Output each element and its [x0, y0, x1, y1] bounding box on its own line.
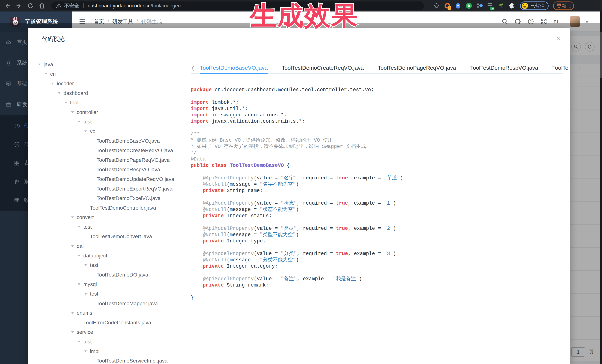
- home-icon[interactable]: [38, 2, 46, 10]
- scrollbar-thumb[interactable]: [600, 32, 602, 78]
- tree-file-ToolTestDemoMapper.java[interactable]: ToolTestDemoMapper.java: [28, 299, 190, 308]
- tab-ToolTestDemoCreateReqVO.java[interactable]: ToolTestDemoCreateReqVO.java: [282, 63, 364, 73]
- code-token: cn.iocoder.dashboard.modules.tool.contro…: [212, 87, 374, 93]
- tree-folder-enums[interactable]: enums: [28, 308, 190, 318]
- tree-folder-convert[interactable]: convert: [28, 213, 190, 222]
- tree-caret-icon[interactable]: [45, 73, 47, 75]
- tree-file-ToolTestDemoExcelVO.java[interactable]: ToolTestDemoExcelVO.java: [28, 194, 190, 203]
- extension-sprout-icon[interactable]: [498, 2, 505, 9]
- tree-caret-icon[interactable]: [71, 245, 74, 247]
- tree-caret-icon[interactable]: [58, 92, 60, 94]
- tree-caret-icon[interactable]: [78, 255, 80, 257]
- tree-caret-icon[interactable]: [51, 83, 54, 84]
- file-tabs: ToolTestDemoBaseVO.javaToolTestDemoCreat…: [191, 63, 563, 74]
- tree-file-ToolTestDemoUpdateReqVO.java[interactable]: ToolTestDemoUpdateReqVO.java: [28, 174, 190, 184]
- tree-folder-tool[interactable]: tool: [28, 98, 190, 107]
- tree-folder-service[interactable]: service: [28, 327, 190, 337]
- extension-tabs-on-icon[interactable]: on: [487, 2, 494, 9]
- tree-file-ToolTestDemoBaseVO.java[interactable]: ToolTestDemoBaseVO.java: [28, 136, 190, 146]
- tree-file-ToolTestDemoCreateReqVO.java[interactable]: ToolTestDemoCreateReqVO.java: [28, 146, 190, 155]
- tree-caret-icon[interactable]: [84, 130, 87, 132]
- tree-node-label: ToolTestDemoUpdateReqVO.java: [97, 176, 174, 182]
- url-path[interactable]: /tool/codegen: [150, 3, 181, 9]
- tree-caret-icon[interactable]: [64, 102, 67, 104]
- security-label[interactable]: 不安全: [64, 2, 79, 9]
- tree-caret-icon[interactable]: [78, 226, 80, 228]
- tab-ToolTestDemoPageReqVO.java[interactable]: ToolTestDemoPageReqVO.java: [378, 63, 456, 73]
- tree-caret-icon[interactable]: [78, 283, 80, 285]
- chrome-menu-icon[interactable]: [570, 3, 570, 8]
- tree-caret-icon[interactable]: [71, 217, 74, 218]
- tree-caret-icon[interactable]: [84, 351, 87, 352]
- extension-green-icon[interactable]: [465, 2, 472, 9]
- tab-ToolTestDemoRespVO.java[interactable]: ToolTestDemoRespVO.java: [470, 63, 538, 73]
- code-line-32: private String remark;: [191, 282, 560, 288]
- code-token: ): [296, 232, 299, 238]
- tree-file-ToolTestDemoDO.java[interactable]: ToolTestDemoDO.java: [28, 270, 190, 280]
- tab-ToolTestDemoBaseVO.java[interactable]: ToolTestDemoBaseVO.java: [200, 63, 268, 73]
- tree-folder-cn[interactable]: cn: [28, 69, 190, 79]
- code-token: */: [191, 150, 197, 156]
- code-token: "芋道": [384, 175, 400, 181]
- tree-folder-test[interactable]: test: [28, 289, 190, 299]
- address-bar[interactable]: 不安全 dashboard.yudao.iocoder.cn /tool/cod…: [51, 1, 424, 10]
- tree-folder-dataobject[interactable]: dataobject: [28, 251, 190, 260]
- code-token: "类型不能为空": [260, 232, 296, 238]
- tree-caret-icon[interactable]: [84, 293, 87, 295]
- tree-file-ToolTestDemoExportReqVO.java[interactable]: ToolTestDemoExportReqVO.java: [28, 184, 190, 194]
- code-token: "备注": [281, 276, 297, 282]
- tree-file-ToolTestDemoRespVO.java[interactable]: ToolTestDemoRespVO.java: [28, 165, 190, 175]
- tree-folder-dashboard[interactable]: dashboard: [28, 88, 190, 98]
- code-token: ): [393, 251, 396, 257]
- tree-folder-controller[interactable]: controller: [28, 107, 190, 117]
- tree-folder-vo[interactable]: vo: [28, 127, 190, 136]
- tree-file-ToolTestDemoConvert.java[interactable]: ToolTestDemoConvert.java: [28, 232, 190, 241]
- code-token: ): [296, 207, 299, 212]
- extension-ubuntu-icon[interactable]: 1: [444, 2, 451, 9]
- tree-caret-icon[interactable]: [78, 341, 80, 343]
- bookmark-star-icon[interactable]: [433, 2, 440, 9]
- code-token: , required =: [297, 200, 336, 206]
- tree-file-ToolTestDemoController.java[interactable]: ToolTestDemoController.java: [28, 203, 190, 213]
- tree-folder-java[interactable]: java: [28, 60, 190, 69]
- close-icon[interactable]: [555, 35, 562, 42]
- extensions-puzzle-icon[interactable]: [508, 2, 515, 9]
- app-viewport: 芋道管理系统 首页系统管理基础设施研发工具 代码生成代表系数 首页 / 研发工具…: [0, 11, 602, 364]
- tabs-scroll-right-icon[interactable]: [578, 65, 582, 71]
- browser-scrollbar[interactable]: [600, 11, 602, 364]
- code-token: , required =: [297, 175, 336, 181]
- tree-caret-icon[interactable]: [38, 63, 41, 65]
- tabs-scroll-left-icon[interactable]: [191, 65, 195, 71]
- tree-file-ToolTestDemoPageReqVO.java[interactable]: ToolTestDemoPageReqVO.java: [28, 155, 190, 165]
- extension-grid-icon[interactable]: [476, 2, 483, 9]
- tree-folder-test[interactable]: test: [28, 222, 190, 232]
- extension-drop-icon[interactable]: [455, 2, 462, 9]
- code-token: import: [191, 100, 209, 105]
- back-icon[interactable]: [3, 2, 11, 10]
- tree-caret-icon[interactable]: [84, 264, 87, 266]
- code-token: (message =: [227, 257, 260, 263]
- tree-folder-test[interactable]: test: [28, 337, 190, 347]
- tab-ToolTe[interactable]: ToolTe: [552, 63, 569, 73]
- tree-caret-icon[interactable]: [78, 121, 80, 123]
- forward-icon[interactable]: [15, 2, 23, 10]
- tree-folder-dal[interactable]: dal: [28, 241, 190, 251]
- update-button[interactable]: 更新: [553, 1, 574, 10]
- code-token: [191, 226, 203, 231]
- reload-icon[interactable]: [26, 2, 34, 10]
- tree-folder-mysql[interactable]: mysql: [28, 280, 190, 289]
- paused-chip[interactable]: 已暂停: [520, 1, 548, 10]
- tree-file-ToolTestDemoServiceImpl.java[interactable]: ToolTestDemoServiceImpl.java: [28, 356, 190, 364]
- tree-caret-icon[interactable]: [71, 312, 74, 314]
- tree-file-ToolErrorCodeConstants.java[interactable]: ToolErrorCodeConstants.java: [28, 318, 190, 327]
- code-token: import: [191, 119, 209, 124]
- tree-caret-icon[interactable]: [71, 111, 74, 113]
- tree-caret-icon[interactable]: [71, 331, 74, 333]
- url-host[interactable]: dashboard.yudao.iocoder.cn: [88, 3, 150, 9]
- tree-folder-impl[interactable]: impl: [28, 347, 190, 356]
- tree-folder-test[interactable]: test: [28, 117, 190, 127]
- tree-folder-test[interactable]: test: [28, 260, 190, 270]
- code-line-8: /**: [191, 131, 560, 137]
- tree-folder-iocoder[interactable]: iocoder: [28, 79, 190, 88]
- security-warning-icon[interactable]: [56, 3, 62, 8]
